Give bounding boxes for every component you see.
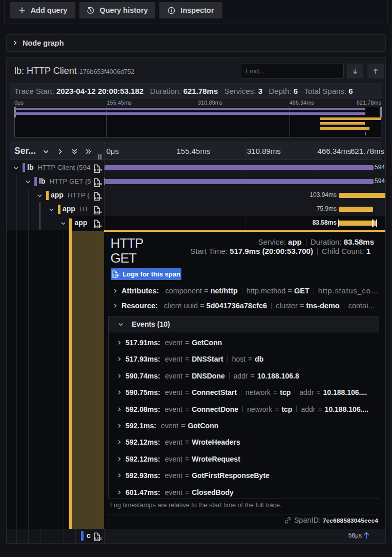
svg-text:LOG: LOG (95, 168, 102, 171)
svg-text:LOG: LOG (95, 209, 102, 213)
svg-text:LOG: LOG (95, 195, 102, 199)
svg-text:LOG: LOG (113, 274, 119, 277)
svg-text:LOG: LOG (95, 182, 102, 185)
svg-text:LOG: LOG (95, 536, 102, 540)
svg-text:LOG: LOG (95, 223, 102, 227)
